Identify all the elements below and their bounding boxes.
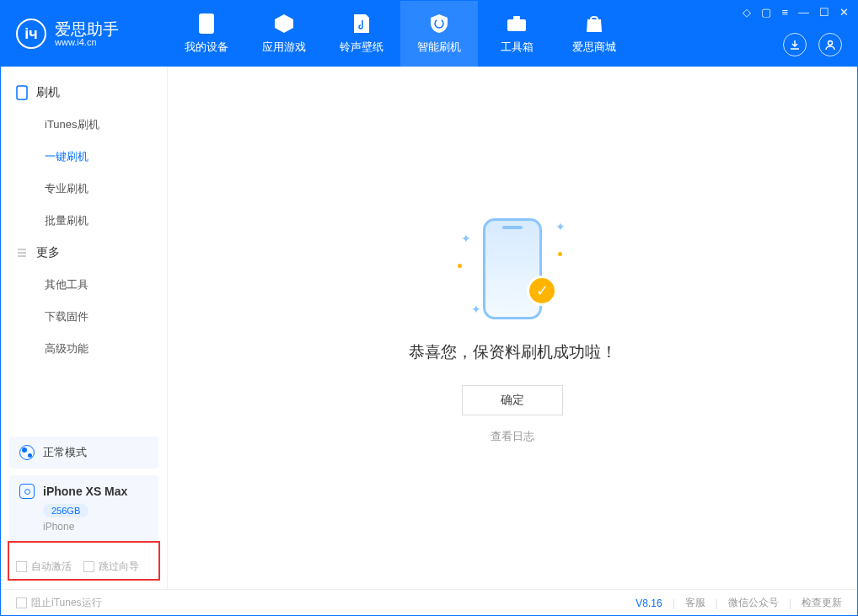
main-content: ✦ ✦ ✦ ✓ 恭喜您，保资料刷机成功啦！ 确定 查看日志	[168, 67, 857, 589]
ok-button[interactable]: 确定	[462, 385, 563, 415]
cube-icon	[273, 13, 295, 35]
checkbox-skip-guide[interactable]: 跳过向导	[83, 560, 139, 574]
version-label: V8.16	[635, 597, 662, 609]
support-link[interactable]: 客服	[685, 596, 705, 610]
sidebar-item-itunes-flash[interactable]: iTunes刷机	[1, 109, 167, 141]
mode-card[interactable]: 正常模式	[9, 437, 158, 469]
sidebar-item-other-tools[interactable]: 其他工具	[1, 269, 167, 301]
music-file-icon	[351, 13, 373, 35]
checkbox-block-itunes[interactable]: 阻止iTunes运行	[16, 596, 102, 610]
maximize-icon[interactable]: ☐	[819, 6, 829, 19]
device-icon	[19, 484, 35, 499]
tshirt-icon[interactable]: ◇	[743, 6, 751, 19]
mode-icon	[19, 445, 35, 460]
sidebar-item-pro-flash[interactable]: 专业刷机	[1, 173, 167, 205]
view-log-link[interactable]: 查看日志	[491, 429, 534, 444]
shield-refresh-icon	[428, 13, 450, 35]
dot-icon	[458, 264, 462, 268]
tab-label: 爱思商城	[572, 40, 616, 55]
user-button[interactable]	[818, 33, 842, 56]
success-illustration: ✦ ✦ ✦ ✓	[458, 212, 567, 321]
header-bar: iч 爱思助手 www.i4.cn 我的设备 应用游戏 铃声壁纸 智能刷机 工具…	[1, 1, 857, 67]
minimize-icon[interactable]: —	[798, 6, 809, 19]
tab-label: 智能刷机	[417, 40, 461, 55]
tab-ringtone[interactable]: 铃声壁纸	[323, 1, 400, 67]
toolbox-icon	[506, 13, 528, 35]
device-storage: 256GB	[43, 504, 88, 517]
sidebar-item-oneclick-flash[interactable]: 一键刷机	[1, 141, 167, 173]
success-message: 恭喜您，保资料刷机成功啦！	[409, 341, 617, 363]
sidebar-group-flash: 刷机	[1, 77, 167, 109]
sidebar-item-download-firmware[interactable]: 下载固件	[1, 301, 167, 333]
tab-label: 应用游戏	[262, 40, 306, 55]
feedback-icon[interactable]: ▢	[761, 6, 771, 19]
list-icon	[16, 247, 28, 259]
checkbox-row-highlight: 自动激活 跳过向导	[8, 541, 160, 581]
device-card[interactable]: iPhone XS Max 256GB iPhone	[9, 475, 158, 541]
checkbox-label: 阻止iTunes运行	[31, 596, 102, 610]
tab-label: 铃声壁纸	[340, 40, 383, 55]
group-title: 更多	[36, 245, 60, 260]
phone-icon	[196, 13, 217, 35]
tab-apps[interactable]: 应用游戏	[245, 1, 323, 67]
footer-left: 阻止iTunes运行	[16, 596, 635, 610]
phone-outline-icon	[16, 85, 28, 100]
tab-label: 工具箱	[501, 40, 534, 55]
svg-rect-0	[199, 13, 214, 34]
mode-label: 正常模式	[43, 445, 87, 460]
checkbox-label: 自动激活	[31, 560, 72, 574]
svg-rect-3	[513, 16, 520, 19]
tab-label: 我的设备	[185, 40, 228, 55]
group-title: 刷机	[36, 85, 60, 100]
separator: |	[673, 597, 675, 609]
footer-bar: 阻止iTunes运行 V8.16 | 客服 | 微信公众号 | 检查更新	[1, 589, 857, 616]
sidebar-item-advanced[interactable]: 高级功能	[1, 333, 167, 365]
checkbox-box	[83, 561, 94, 572]
app-subtitle: www.i4.cn	[55, 37, 119, 47]
app-title: 爱思助手	[55, 21, 119, 37]
sidebar: 刷机 iTunes刷机 一键刷机 专业刷机 批量刷机 更多 其他工具 下载固件 …	[1, 67, 168, 589]
tab-my-device[interactable]: 我的设备	[168, 1, 245, 67]
close-icon[interactable]: ✕	[839, 6, 849, 19]
header-right-buttons	[783, 33, 842, 56]
tab-flash[interactable]: 智能刷机	[400, 1, 478, 67]
bag-icon	[583, 13, 605, 35]
checkmark-badge-icon: ✓	[527, 276, 557, 306]
checkbox-box	[16, 597, 27, 608]
logo-area: iч 爱思助手 www.i4.cn	[1, 19, 168, 49]
sparkle-icon: ✦	[461, 232, 471, 245]
device-name: iPhone XS Max	[43, 485, 127, 498]
separator: |	[716, 597, 718, 609]
body-area: 刷机 iTunes刷机 一键刷机 专业刷机 批量刷机 更多 其他工具 下载固件 …	[1, 67, 857, 589]
logo-text: 爱思助手 www.i4.cn	[55, 21, 119, 47]
footer-right: V8.16 | 客服 | 微信公众号 | 检查更新	[635, 596, 842, 610]
checkbox-label: 跳过向导	[99, 560, 139, 574]
tab-toolbox[interactable]: 工具箱	[478, 1, 555, 67]
sidebar-nav: 刷机 iTunes刷机 一键刷机 专业刷机 批量刷机 更多 其他工具 下载固件 …	[1, 67, 167, 428]
logo-icon: iч	[16, 19, 46, 49]
menu-icon[interactable]: ≡	[781, 6, 788, 19]
checkbox-auto-activate[interactable]: 自动激活	[16, 560, 72, 574]
sparkle-icon: ✦	[555, 220, 566, 233]
titlebar-controls: ◇ ▢ ≡ — ☐ ✕	[743, 6, 849, 19]
download-button[interactable]	[783, 33, 807, 56]
device-type: iPhone	[43, 521, 148, 533]
wechat-link[interactable]: 微信公众号	[728, 596, 779, 610]
separator: |	[789, 597, 791, 609]
checkbox-box	[16, 561, 27, 572]
svg-point-4	[829, 41, 833, 46]
check-update-link[interactable]: 检查更新	[802, 596, 842, 610]
sidebar-group-more: 更多	[1, 237, 167, 269]
sidebar-bottom: 正常模式 iPhone XS Max 256GB iPhone 自动激活 跳过向…	[1, 428, 167, 589]
dot-icon	[558, 252, 562, 256]
phone-illustration	[483, 218, 542, 319]
svg-rect-5	[17, 86, 27, 99]
sparkle-icon: ✦	[471, 303, 481, 316]
sidebar-item-batch-flash[interactable]: 批量刷机	[1, 205, 167, 237]
svg-rect-2	[507, 19, 526, 31]
tab-store[interactable]: 爱思商城	[555, 1, 633, 67]
